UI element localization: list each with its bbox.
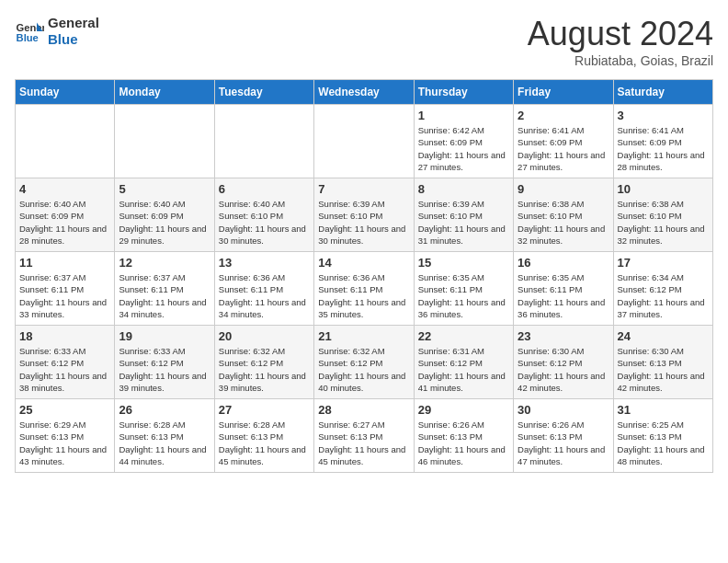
calendar-cell: 3Sunrise: 6:41 AM Sunset: 6:09 PM Daylig… bbox=[613, 105, 712, 178]
day-number: 17 bbox=[618, 256, 709, 270]
calendar-cell: 27Sunrise: 6:28 AM Sunset: 6:13 PM Dayli… bbox=[214, 399, 313, 473]
day-info: Sunrise: 6:37 AM Sunset: 6:11 PM Dayligh… bbox=[19, 271, 110, 320]
calendar-cell: 16Sunrise: 6:35 AM Sunset: 6:11 PM Dayli… bbox=[514, 252, 613, 326]
page-header: General Blue General Blue August 2024 Ru… bbox=[15, 15, 713, 68]
day-number: 13 bbox=[219, 256, 310, 270]
day-info: Sunrise: 6:26 AM Sunset: 6:13 PM Dayligh… bbox=[518, 419, 609, 467]
day-info: Sunrise: 6:32 AM Sunset: 6:12 PM Dayligh… bbox=[219, 345, 310, 394]
day-number: 20 bbox=[219, 329, 310, 343]
day-number: 16 bbox=[518, 256, 609, 270]
calendar-cell: 22Sunrise: 6:31 AM Sunset: 6:12 PM Dayli… bbox=[414, 326, 513, 399]
weekday-header-monday: Monday bbox=[115, 80, 214, 105]
calendar-week-row: 11Sunrise: 6:37 AM Sunset: 6:11 PM Dayli… bbox=[16, 252, 713, 326]
day-number: 14 bbox=[318, 256, 409, 270]
calendar-table: SundayMondayTuesdayWednesdayThursdayFrid… bbox=[15, 79, 713, 473]
logo-icon: General Blue bbox=[15, 17, 44, 46]
day-info: Sunrise: 6:28 AM Sunset: 6:13 PM Dayligh… bbox=[219, 419, 310, 467]
logo-text-blue: Blue bbox=[48, 31, 99, 48]
month-title: August 2024 bbox=[528, 15, 713, 53]
calendar-cell bbox=[214, 105, 313, 178]
calendar-cell: 24Sunrise: 6:30 AM Sunset: 6:13 PM Dayli… bbox=[613, 326, 712, 399]
day-number: 25 bbox=[19, 403, 110, 417]
calendar-cell: 6Sunrise: 6:40 AM Sunset: 6:10 PM Daylig… bbox=[214, 178, 313, 252]
day-number: 9 bbox=[518, 182, 609, 196]
weekday-header-thursday: Thursday bbox=[414, 80, 513, 105]
day-number: 7 bbox=[318, 182, 409, 196]
day-number: 4 bbox=[19, 182, 110, 196]
calendar-cell: 26Sunrise: 6:28 AM Sunset: 6:13 PM Dayli… bbox=[115, 399, 214, 473]
weekday-header-saturday: Saturday bbox=[613, 80, 712, 105]
svg-text:Blue: Blue bbox=[17, 32, 39, 43]
calendar-cell: 7Sunrise: 6:39 AM Sunset: 6:10 PM Daylig… bbox=[314, 178, 414, 252]
day-number: 23 bbox=[518, 329, 609, 343]
calendar-cell bbox=[16, 105, 115, 178]
day-info: Sunrise: 6:29 AM Sunset: 6:13 PM Dayligh… bbox=[19, 419, 110, 467]
day-number: 19 bbox=[119, 329, 210, 343]
day-info: Sunrise: 6:30 AM Sunset: 6:12 PM Dayligh… bbox=[518, 345, 609, 394]
title-block: August 2024 Rubiataba, Goias, Brazil bbox=[528, 15, 713, 68]
calendar-cell: 12Sunrise: 6:37 AM Sunset: 6:11 PM Dayli… bbox=[115, 252, 214, 326]
calendar-week-row: 4Sunrise: 6:40 AM Sunset: 6:09 PM Daylig… bbox=[16, 178, 713, 252]
calendar-cell: 20Sunrise: 6:32 AM Sunset: 6:12 PM Dayli… bbox=[214, 326, 313, 399]
day-info: Sunrise: 6:33 AM Sunset: 6:12 PM Dayligh… bbox=[19, 345, 110, 394]
day-number: 30 bbox=[518, 403, 609, 417]
calendar-week-row: 18Sunrise: 6:33 AM Sunset: 6:12 PM Dayli… bbox=[16, 326, 713, 399]
day-info: Sunrise: 6:37 AM Sunset: 6:11 PM Dayligh… bbox=[119, 271, 210, 320]
calendar-cell: 15Sunrise: 6:35 AM Sunset: 6:11 PM Dayli… bbox=[414, 252, 513, 326]
day-info: Sunrise: 6:36 AM Sunset: 6:11 PM Dayligh… bbox=[219, 271, 310, 320]
day-info: Sunrise: 6:33 AM Sunset: 6:12 PM Dayligh… bbox=[119, 345, 210, 394]
calendar-cell: 14Sunrise: 6:36 AM Sunset: 6:11 PM Dayli… bbox=[314, 252, 414, 326]
day-info: Sunrise: 6:36 AM Sunset: 6:11 PM Dayligh… bbox=[318, 271, 409, 320]
day-number: 1 bbox=[418, 109, 509, 122]
calendar-cell: 1Sunrise: 6:42 AM Sunset: 6:09 PM Daylig… bbox=[414, 105, 513, 178]
calendar-week-row: 25Sunrise: 6:29 AM Sunset: 6:13 PM Dayli… bbox=[16, 399, 713, 473]
day-info: Sunrise: 6:40 AM Sunset: 6:09 PM Dayligh… bbox=[19, 198, 110, 247]
calendar-cell: 23Sunrise: 6:30 AM Sunset: 6:12 PM Dayli… bbox=[514, 326, 613, 399]
day-info: Sunrise: 6:30 AM Sunset: 6:13 PM Dayligh… bbox=[618, 345, 709, 394]
logo-text-general: General bbox=[48, 15, 99, 31]
day-info: Sunrise: 6:40 AM Sunset: 6:09 PM Dayligh… bbox=[119, 198, 210, 247]
calendar-cell: 29Sunrise: 6:26 AM Sunset: 6:13 PM Dayli… bbox=[414, 399, 513, 473]
day-number: 27 bbox=[219, 403, 310, 417]
day-number: 22 bbox=[418, 329, 509, 343]
calendar-cell: 30Sunrise: 6:26 AM Sunset: 6:13 PM Dayli… bbox=[514, 399, 613, 473]
calendar-cell: 10Sunrise: 6:38 AM Sunset: 6:10 PM Dayli… bbox=[613, 178, 712, 252]
day-number: 21 bbox=[318, 329, 409, 343]
day-number: 12 bbox=[119, 256, 210, 270]
calendar-cell: 21Sunrise: 6:32 AM Sunset: 6:12 PM Dayli… bbox=[314, 326, 414, 399]
calendar-cell bbox=[314, 105, 414, 178]
calendar-cell: 5Sunrise: 6:40 AM Sunset: 6:09 PM Daylig… bbox=[115, 178, 214, 252]
day-number: 5 bbox=[119, 182, 210, 196]
calendar-week-row: 1Sunrise: 6:42 AM Sunset: 6:09 PM Daylig… bbox=[16, 105, 713, 178]
day-number: 29 bbox=[418, 403, 509, 417]
day-info: Sunrise: 6:41 AM Sunset: 6:09 PM Dayligh… bbox=[618, 124, 709, 173]
day-info: Sunrise: 6:25 AM Sunset: 6:13 PM Dayligh… bbox=[618, 419, 709, 467]
weekday-header-friday: Friday bbox=[514, 80, 613, 105]
calendar-header-row: SundayMondayTuesdayWednesdayThursdayFrid… bbox=[16, 80, 713, 105]
day-info: Sunrise: 6:39 AM Sunset: 6:10 PM Dayligh… bbox=[418, 198, 509, 247]
day-number: 10 bbox=[618, 182, 709, 196]
day-info: Sunrise: 6:34 AM Sunset: 6:12 PM Dayligh… bbox=[618, 271, 709, 320]
day-info: Sunrise: 6:40 AM Sunset: 6:10 PM Dayligh… bbox=[219, 198, 310, 247]
day-number: 31 bbox=[618, 403, 709, 417]
calendar-cell: 2Sunrise: 6:41 AM Sunset: 6:09 PM Daylig… bbox=[514, 105, 613, 178]
calendar-cell: 4Sunrise: 6:40 AM Sunset: 6:09 PM Daylig… bbox=[16, 178, 115, 252]
calendar-cell: 11Sunrise: 6:37 AM Sunset: 6:11 PM Dayli… bbox=[16, 252, 115, 326]
day-info: Sunrise: 6:27 AM Sunset: 6:13 PM Dayligh… bbox=[318, 419, 409, 467]
day-info: Sunrise: 6:35 AM Sunset: 6:11 PM Dayligh… bbox=[518, 271, 609, 320]
day-info: Sunrise: 6:26 AM Sunset: 6:13 PM Dayligh… bbox=[418, 419, 509, 467]
day-number: 11 bbox=[19, 256, 110, 270]
day-number: 6 bbox=[219, 182, 310, 196]
day-number: 26 bbox=[119, 403, 210, 417]
weekday-header-wednesday: Wednesday bbox=[314, 80, 414, 105]
day-info: Sunrise: 6:39 AM Sunset: 6:10 PM Dayligh… bbox=[318, 198, 409, 247]
day-info: Sunrise: 6:41 AM Sunset: 6:09 PM Dayligh… bbox=[518, 124, 609, 173]
day-number: 8 bbox=[418, 182, 509, 196]
day-number: 15 bbox=[418, 256, 509, 270]
day-info: Sunrise: 6:38 AM Sunset: 6:10 PM Dayligh… bbox=[518, 198, 609, 247]
calendar-cell: 18Sunrise: 6:33 AM Sunset: 6:12 PM Dayli… bbox=[16, 326, 115, 399]
day-info: Sunrise: 6:42 AM Sunset: 6:09 PM Dayligh… bbox=[418, 124, 509, 173]
calendar-cell: 9Sunrise: 6:38 AM Sunset: 6:10 PM Daylig… bbox=[514, 178, 613, 252]
location-subtitle: Rubiataba, Goias, Brazil bbox=[528, 53, 713, 68]
weekday-header-tuesday: Tuesday bbox=[214, 80, 313, 105]
